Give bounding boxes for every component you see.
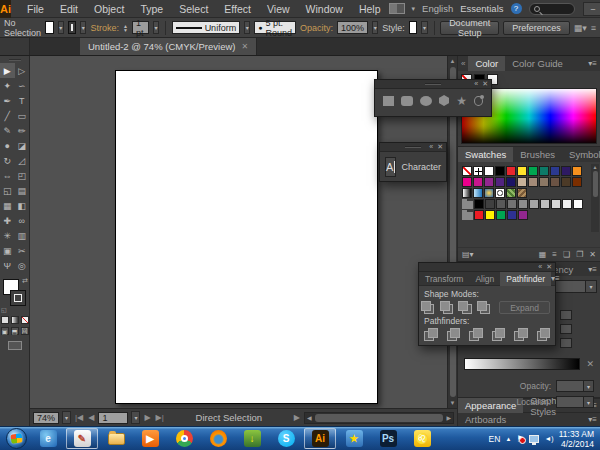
taskbar-media-player[interactable]: ▶ <box>134 428 166 449</box>
color-swatch[interactable] <box>517 177 527 187</box>
stroke-dropdown-icon[interactable]: ▾ <box>80 21 86 34</box>
draw-behind-icon[interactable]: ⬒ <box>11 327 19 335</box>
color-swatch[interactable] <box>550 166 560 176</box>
selection-tool[interactable]: ▶ <box>0 63 15 78</box>
status-indicator[interactable]: Direct Selection <box>168 412 290 423</box>
menu-select[interactable]: Select <box>171 1 216 17</box>
gradient-stroke-icon[interactable] <box>560 338 572 348</box>
direct-selection-tool[interactable]: ▷ <box>15 63 30 78</box>
draw-normal-icon[interactable]: ▣ <box>1 327 9 335</box>
document-tab[interactable]: Untitled-2 @ 74% (CMYK/Preview) ✕ <box>80 38 257 55</box>
arrange-documents-dropdown-icon[interactable]: ▾ <box>412 5 416 13</box>
stroke-weight-field[interactable]: 1 pt <box>132 21 149 34</box>
search-field[interactable] <box>529 3 575 15</box>
first-artboard-icon[interactable]: |◀ <box>74 413 84 422</box>
crop-icon[interactable] <box>492 328 506 341</box>
gradient-slider[interactable] <box>464 358 580 370</box>
color-swatch[interactable] <box>529 199 539 209</box>
style-swatch[interactable] <box>409 21 418 34</box>
blob-brush-tool[interactable]: ● <box>0 138 15 153</box>
taskbar-windows-explorer[interactable] <box>100 428 132 449</box>
swap-fill-stroke-icon[interactable]: ⇄ <box>22 277 28 285</box>
color-swatch[interactable] <box>518 210 528 220</box>
arrange-documents-icon[interactable] <box>389 3 405 14</box>
minimize-button[interactable]: – <box>583 2 600 16</box>
close-panel-icon[interactable]: ✕ <box>482 80 488 88</box>
color-swatch[interactable] <box>507 199 517 209</box>
opacity-field[interactable]: 100% <box>337 21 368 34</box>
draw-inside-icon[interactable]: 回 <box>21 327 29 335</box>
color-swatch[interactable] <box>551 199 561 209</box>
expand-button[interactable]: Expand <box>499 301 550 314</box>
shape-builder-tool[interactable]: ◱ <box>0 183 15 198</box>
menu-window[interactable]: Window <box>298 1 351 17</box>
character-panel-icon[interactable]: A <box>385 157 396 177</box>
shapes-toolbar-header[interactable]: «✕ <box>375 80 491 89</box>
swatch-scroll-thumb[interactable] <box>593 171 598 197</box>
artboards-panel-menu-icon[interactable]: ▾≡ <box>588 415 600 424</box>
color-swatch[interactable] <box>496 199 506 209</box>
star-tool-icon[interactable]: ★ <box>456 96 467 106</box>
color-swatch[interactable] <box>506 177 516 187</box>
flare-tool-icon[interactable] <box>474 96 483 106</box>
help-icon[interactable]: ? <box>511 3 522 14</box>
color-swatch[interactable] <box>496 210 506 220</box>
scroll-down-icon[interactable]: ▼ <box>450 398 456 408</box>
stroke-color-swatch[interactable] <box>68 21 77 34</box>
color-swatch[interactable] <box>485 210 495 220</box>
color-swatch[interactable] <box>462 177 472 187</box>
swatch-libraries-menu-icon[interactable]: ▤▾ <box>462 250 533 259</box>
perspective-grid-tool[interactable]: ▤ <box>15 183 30 198</box>
minus-front-icon[interactable] <box>443 301 450 314</box>
pathfinder-panel-header[interactable]: «✕ <box>419 263 555 272</box>
tab-artboards[interactable]: Artboards <box>458 412 513 427</box>
type-tool[interactable]: T <box>15 93 30 108</box>
tab-swatches[interactable]: Swatches <box>458 147 513 162</box>
color-swatch[interactable] <box>474 210 484 220</box>
tab-brushes[interactable]: Brushes <box>513 147 562 162</box>
color-swatch[interactable] <box>561 177 571 187</box>
merge-icon[interactable] <box>469 328 483 341</box>
taskbar-illustrator[interactable]: Ai <box>304 428 336 449</box>
tools-panel-grip[interactable] <box>0 56 29 63</box>
taskbar-lion-app[interactable]: ♌ <box>406 428 438 449</box>
brush-definition-field[interactable]: ●5 pt. Round <box>254 21 296 34</box>
gradient-swatch[interactable] <box>473 188 483 198</box>
pattern-swatch[interactable] <box>506 188 516 198</box>
document-close-icon[interactable]: ✕ <box>241 42 248 51</box>
divide-icon[interactable] <box>424 328 438 341</box>
workspace-switcher[interactable]: Essentials <box>460 3 503 14</box>
hand-tool[interactable]: Ψ <box>0 258 15 273</box>
taskbar-internet-explorer[interactable]: e <box>32 428 64 449</box>
document-setup-button[interactable]: Document Setup <box>440 21 499 35</box>
magic-wand-tool[interactable]: ✦ <box>0 78 15 93</box>
width-profile-field[interactable]: Uniform <box>172 21 241 34</box>
paintbrush-tool[interactable]: ✎ <box>0 123 15 138</box>
color-swatch[interactable] <box>572 177 582 187</box>
color-swatch[interactable] <box>562 199 572 209</box>
delete-gradient-stop-icon[interactable]: ✕ <box>586 359 594 369</box>
column-graph-tool[interactable]: ▥ <box>15 228 30 243</box>
none-swatch[interactable] <box>462 166 472 176</box>
gradient-button[interactable] <box>11 316 19 324</box>
taskbar-photoshop[interactable]: Ps <box>372 428 404 449</box>
pathfinder-panel-menu-icon[interactable]: ▾≡ <box>551 274 563 283</box>
start-button[interactable] <box>6 428 27 449</box>
pattern-swatch[interactable] <box>517 188 527 198</box>
gradient-swatch[interactable] <box>462 188 472 198</box>
gradient-location-field[interactable]: ▾ <box>556 396 594 408</box>
color-swatch[interactable] <box>561 166 571 176</box>
fill-color-swatch[interactable] <box>45 21 54 34</box>
gradient-panel-menu-icon[interactable]: ▾≡ <box>588 265 600 274</box>
color-swatch[interactable] <box>539 177 549 187</box>
intersect-icon[interactable] <box>462 301 469 314</box>
last-artboard-icon[interactable]: ▶| <box>155 413 165 422</box>
tab-align[interactable]: Align <box>469 272 500 286</box>
menu-type[interactable]: Type <box>132 1 171 17</box>
color-panel-menu-icon[interactable]: ▾≡ <box>588 59 600 68</box>
color-swatch[interactable] <box>573 199 583 209</box>
ellipse-tool-icon[interactable] <box>420 96 432 106</box>
color-swatch[interactable] <box>495 166 505 176</box>
taskbar-paint[interactable]: ✎ <box>66 428 98 449</box>
blend-tool[interactable]: ∞ <box>15 213 30 228</box>
